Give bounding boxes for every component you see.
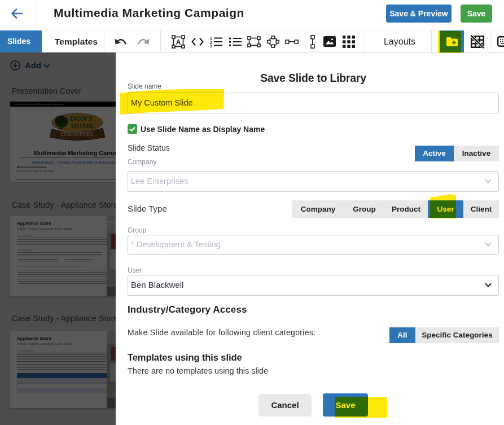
svg-text:1: 1 [210,36,212,40]
svg-text:3: 3 [210,44,212,47]
svg-text:A: A [176,38,181,46]
